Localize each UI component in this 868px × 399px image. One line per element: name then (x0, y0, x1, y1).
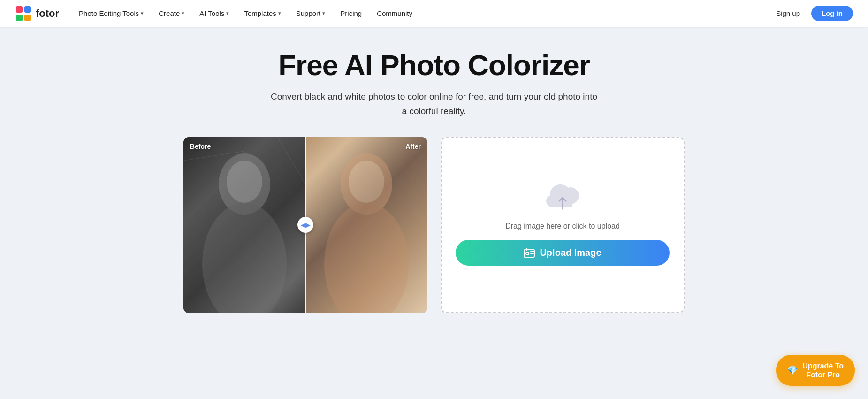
chevron-down-icon: ▾ (278, 10, 281, 16)
svg-point-11 (324, 203, 409, 313)
upgrade-to-pro-button[interactable]: 💎 Upgrade To Fotor Pro (776, 355, 855, 386)
main-content: Free AI Photo Colorizer Convert black an… (0, 27, 868, 332)
svg-point-6 (202, 203, 287, 313)
svg-rect-2 (24, 6, 31, 13)
login-button[interactable]: Log in (811, 6, 853, 21)
svg-rect-3 (16, 15, 23, 21)
before-after-comparison: ◀▶ Before After (183, 137, 427, 313)
svg-point-14 (526, 252, 529, 255)
before-image-overlay (183, 137, 305, 313)
navbar: fotor Photo Editing Tools ▾ Create ▾ AI … (0, 0, 868, 27)
svg-rect-4 (24, 15, 31, 21)
diamond-icon: 💎 (787, 365, 798, 376)
tool-area: ◀▶ Before After Drag image here or click… (164, 137, 704, 313)
nav-item-community[interactable]: Community (370, 7, 419, 20)
before-label: Before (190, 143, 211, 150)
nav-auth: Sign up Log in (770, 6, 853, 21)
nav-item-pricing[interactable]: Pricing (334, 7, 368, 20)
chevron-down-icon: ▾ (182, 10, 184, 16)
slider-handle[interactable]: ◀▶ (297, 217, 313, 233)
fotor-logo-icon (15, 5, 32, 22)
signup-button[interactable]: Sign up (770, 7, 806, 20)
after-image-overlay (305, 137, 427, 313)
slider-arrows: ◀▶ (301, 222, 310, 229)
logo-text: fotor (36, 8, 59, 20)
upload-hint: Drag image here or click to upload (505, 222, 620, 230)
nav-item-photo-editing[interactable]: Photo Editing Tools ▾ (72, 7, 150, 20)
chevron-down-icon: ▾ (141, 10, 144, 16)
nav-links: Photo Editing Tools ▾ Create ▾ AI Tools … (72, 7, 770, 20)
nav-item-support[interactable]: Support ▾ (289, 7, 332, 20)
upload-cloud-icon (546, 184, 579, 213)
upload-box[interactable]: Drag image here or click to upload Uploa… (441, 137, 685, 313)
nav-item-templates[interactable]: Templates ▾ (237, 7, 287, 20)
upgrade-text: Upgrade To Fotor Pro (802, 361, 844, 379)
svg-line-9 (277, 137, 305, 184)
after-label: After (405, 143, 421, 150)
logo-link[interactable]: fotor (15, 5, 59, 22)
nav-item-ai-tools[interactable]: AI Tools ▾ (193, 7, 236, 20)
page-subtitle: Convert black and white photos to color … (270, 90, 598, 118)
upload-image-icon (524, 247, 535, 259)
upload-image-button[interactable]: Upload Image (456, 240, 670, 266)
page-title: Free AI Photo Colorizer (278, 49, 590, 81)
nav-item-create[interactable]: Create ▾ (152, 7, 191, 20)
chevron-down-icon: ▾ (226, 10, 229, 16)
before-half (183, 137, 305, 313)
svg-rect-1 (16, 6, 23, 13)
svg-point-12 (349, 161, 384, 203)
upload-button-label: Upload Image (540, 247, 601, 258)
upload-icon-wrapper (546, 184, 579, 213)
after-half (305, 137, 427, 313)
chevron-down-icon: ▾ (322, 10, 325, 16)
svg-point-7 (227, 161, 262, 203)
